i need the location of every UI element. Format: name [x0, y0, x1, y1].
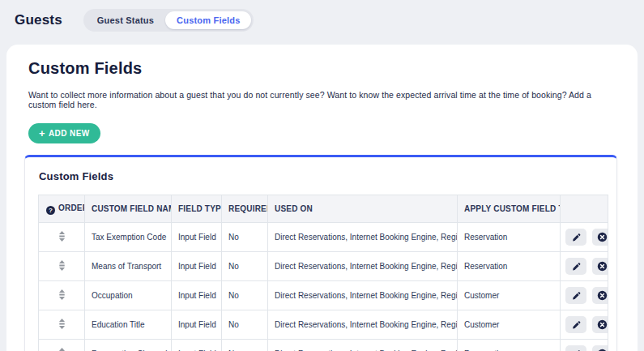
table-header-row: ?ORDER CUSTOM FIELD NAME FIELD TYPE REQU…: [39, 195, 608, 223]
used-on-value: Direct Reservations, Internet Booking En…: [268, 252, 458, 281]
apply-to-value: Customer: [458, 310, 561, 340]
page-title: Guests: [15, 12, 62, 28]
pencil-icon: [571, 233, 581, 242]
order-cell: [39, 252, 85, 281]
delete-button[interactable]: [592, 258, 608, 275]
custom-fields-card: Custom Fields ?ORDER CUSTOM FIELD NAME F…: [24, 155, 617, 351]
delete-button[interactable]: [592, 345, 608, 351]
column-header-field-type: FIELD TYPE: [172, 195, 222, 223]
actions-cell: [561, 223, 608, 252]
actions-cell: [561, 281, 608, 310]
apply-to-value: Customer: [458, 281, 561, 310]
order-cell: [39, 340, 85, 351]
plus-icon: +: [39, 128, 45, 139]
edit-button[interactable]: [565, 345, 586, 351]
column-header-actions: [561, 195, 608, 223]
table-row: Tax Exemption Code Input Field No Direct…: [39, 223, 608, 252]
used-on-value: Direct Reservations, Internet Booking En…: [268, 310, 458, 340]
used-on-value: Direct Reservations, Internet Booking En…: [268, 223, 458, 252]
used-on-value: Direct Reservations, Internet Booking En…: [268, 281, 458, 310]
edit-button[interactable]: [565, 258, 586, 275]
circle-x-icon: [597, 319, 608, 330]
delete-button[interactable]: [592, 229, 608, 246]
drag-handle-icon[interactable]: [58, 348, 66, 351]
pencil-icon: [571, 262, 581, 272]
section-heading: Custom Fields: [28, 59, 617, 78]
table-row: Reservation Channel Input Field No Direc…: [39, 340, 608, 351]
column-header-name: CUSTOM FIELD NAME: [85, 195, 172, 223]
drag-handle-icon[interactable]: [58, 260, 66, 271]
apply-to-value: Reservation: [458, 252, 561, 281]
actions-cell: [561, 252, 608, 281]
actions-cell: [561, 340, 608, 351]
required-value: No: [222, 340, 268, 351]
column-header-apply-to: APPLY CUSTOM FIELD TO: [458, 195, 561, 223]
field-type: Input Field: [172, 281, 222, 310]
content-panel: Custom Fields Want to collect more infor…: [6, 45, 638, 351]
field-type: Input Field: [172, 223, 222, 252]
section-description: Want to collect more information about a…: [28, 90, 617, 109]
circle-x-icon: [597, 290, 608, 301]
custom-field-name: Means of Transport: [85, 252, 172, 281]
top-bar: Guests Guest Status Custom Fields: [0, 0, 644, 39]
tab-custom-fields[interactable]: Custom Fields: [165, 11, 251, 29]
field-type: Input Field: [172, 252, 222, 281]
table-row: Occupation Input Field No Direct Reserva…: [39, 281, 608, 310]
table-row: Education Title Input Field No Direct Re…: [39, 310, 608, 340]
required-value: No: [222, 252, 268, 281]
add-new-button[interactable]: + ADD NEW: [28, 123, 100, 143]
column-header-required: REQUIRED: [222, 195, 268, 223]
required-value: No: [222, 223, 268, 252]
field-type: Input Field: [172, 310, 222, 340]
edit-button[interactable]: [565, 287, 586, 304]
custom-fields-table: ?ORDER CUSTOM FIELD NAME FIELD TYPE REQU…: [38, 195, 608, 351]
table-row: Means of Transport Input Field No Direct…: [39, 252, 608, 281]
help-icon[interactable]: ?: [46, 206, 55, 215]
add-new-label: ADD NEW: [49, 129, 90, 138]
order-cell: [39, 281, 85, 310]
drag-handle-icon[interactable]: [58, 319, 66, 329]
custom-field-name: Reservation Channel: [85, 340, 172, 351]
delete-button[interactable]: [592, 316, 608, 333]
custom-field-name: Education Title: [85, 310, 172, 340]
column-header-used-on: USED ON: [268, 195, 458, 223]
edit-button[interactable]: [565, 316, 586, 333]
drag-handle-icon[interactable]: [58, 289, 66, 300]
edit-button[interactable]: [565, 229, 586, 246]
circle-x-icon: [597, 261, 608, 272]
actions-cell: [561, 310, 608, 340]
required-value: No: [222, 281, 268, 310]
card-title: Custom Fields: [39, 170, 604, 182]
apply-to-value: Reservation: [458, 340, 561, 351]
required-value: No: [222, 310, 268, 340]
pencil-icon: [571, 320, 581, 330]
column-header-order: ?ORDER: [39, 195, 85, 223]
custom-field-name: Occupation: [85, 281, 172, 310]
order-cell: [39, 223, 85, 252]
custom-field-name: Tax Exemption Code: [85, 223, 172, 252]
order-cell: [39, 310, 85, 340]
apply-to-value: Reservation: [458, 223, 561, 252]
delete-button[interactable]: [592, 287, 608, 304]
used-on-value: Direct Reservations, Internet Booking En…: [268, 340, 458, 351]
pencil-icon: [571, 291, 581, 301]
circle-x-icon: [597, 232, 608, 242]
tab-guest-status[interactable]: Guest Status: [86, 11, 165, 29]
drag-handle-icon[interactable]: [58, 231, 66, 242]
tab-group: Guest Status Custom Fields: [83, 9, 254, 32]
field-type: Input Field: [172, 340, 222, 351]
